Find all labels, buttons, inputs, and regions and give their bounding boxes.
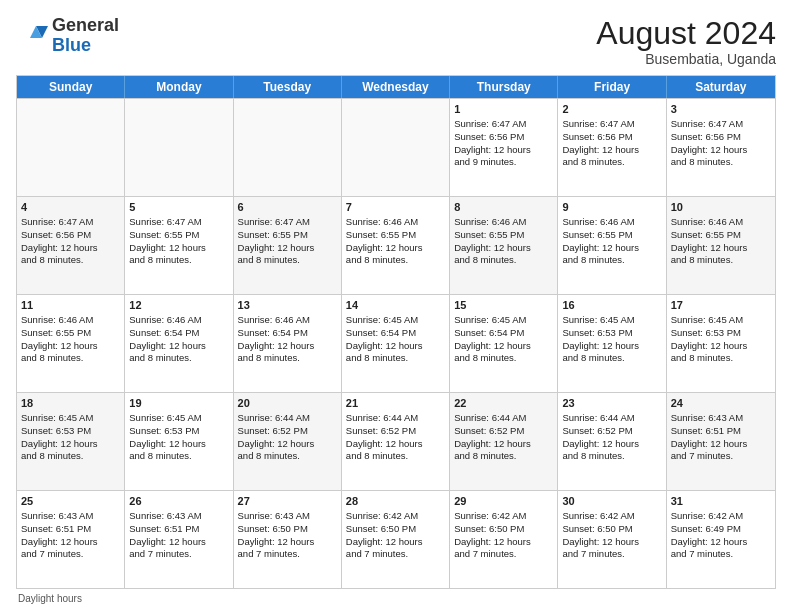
calendar-cell: 12Sunrise: 6:46 AM Sunset: 6:54 PM Dayli… [125, 295, 233, 392]
day-number: 8 [454, 200, 553, 215]
day-info: Sunrise: 6:47 AM Sunset: 6:56 PM Dayligh… [454, 118, 553, 169]
day-number: 19 [129, 396, 228, 411]
day-info: Sunrise: 6:46 AM Sunset: 6:55 PM Dayligh… [21, 314, 120, 365]
calendar-cell: 2Sunrise: 6:47 AM Sunset: 6:56 PM Daylig… [558, 99, 666, 196]
calendar-cell: 24Sunrise: 6:43 AM Sunset: 6:51 PM Dayli… [667, 393, 775, 490]
day-number: 26 [129, 494, 228, 509]
calendar-row: 1Sunrise: 6:47 AM Sunset: 6:56 PM Daylig… [17, 98, 775, 196]
title-block: August 2024 Busembatia, Uganda [596, 16, 776, 67]
day-info: Sunrise: 6:44 AM Sunset: 6:52 PM Dayligh… [346, 412, 445, 463]
weekday-header: Friday [558, 76, 666, 98]
calendar-cell: 7Sunrise: 6:46 AM Sunset: 6:55 PM Daylig… [342, 197, 450, 294]
calendar-cell: 20Sunrise: 6:44 AM Sunset: 6:52 PM Dayli… [234, 393, 342, 490]
day-info: Sunrise: 6:43 AM Sunset: 6:51 PM Dayligh… [129, 510, 228, 561]
day-number: 2 [562, 102, 661, 117]
day-number: 15 [454, 298, 553, 313]
day-info: Sunrise: 6:47 AM Sunset: 6:56 PM Dayligh… [21, 216, 120, 267]
day-number: 4 [21, 200, 120, 215]
day-info: Sunrise: 6:46 AM Sunset: 6:55 PM Dayligh… [562, 216, 661, 267]
weekday-header: Thursday [450, 76, 558, 98]
calendar-cell [125, 99, 233, 196]
day-info: Sunrise: 6:46 AM Sunset: 6:55 PM Dayligh… [671, 216, 771, 267]
day-info: Sunrise: 6:45 AM Sunset: 6:53 PM Dayligh… [562, 314, 661, 365]
calendar-cell: 9Sunrise: 6:46 AM Sunset: 6:55 PM Daylig… [558, 197, 666, 294]
day-number: 17 [671, 298, 771, 313]
day-number: 30 [562, 494, 661, 509]
day-number: 11 [21, 298, 120, 313]
calendar-cell: 26Sunrise: 6:43 AM Sunset: 6:51 PM Dayli… [125, 491, 233, 588]
calendar-cell: 15Sunrise: 6:45 AM Sunset: 6:54 PM Dayli… [450, 295, 558, 392]
calendar-cell [17, 99, 125, 196]
calendar-cell: 30Sunrise: 6:42 AM Sunset: 6:50 PM Dayli… [558, 491, 666, 588]
calendar-cell: 21Sunrise: 6:44 AM Sunset: 6:52 PM Dayli… [342, 393, 450, 490]
day-info: Sunrise: 6:44 AM Sunset: 6:52 PM Dayligh… [238, 412, 337, 463]
month-year: August 2024 [596, 16, 776, 51]
day-number: 29 [454, 494, 553, 509]
day-info: Sunrise: 6:43 AM Sunset: 6:50 PM Dayligh… [238, 510, 337, 561]
day-number: 16 [562, 298, 661, 313]
day-info: Sunrise: 6:45 AM Sunset: 6:54 PM Dayligh… [346, 314, 445, 365]
calendar-cell: 28Sunrise: 6:42 AM Sunset: 6:50 PM Dayli… [342, 491, 450, 588]
day-number: 28 [346, 494, 445, 509]
day-info: Sunrise: 6:46 AM Sunset: 6:54 PM Dayligh… [129, 314, 228, 365]
calendar-cell: 23Sunrise: 6:44 AM Sunset: 6:52 PM Dayli… [558, 393, 666, 490]
calendar-cell: 13Sunrise: 6:46 AM Sunset: 6:54 PM Dayli… [234, 295, 342, 392]
weekday-header: Tuesday [234, 76, 342, 98]
day-info: Sunrise: 6:45 AM Sunset: 6:53 PM Dayligh… [21, 412, 120, 463]
calendar-cell: 17Sunrise: 6:45 AM Sunset: 6:53 PM Dayli… [667, 295, 775, 392]
day-number: 1 [454, 102, 553, 117]
day-number: 13 [238, 298, 337, 313]
day-info: Sunrise: 6:43 AM Sunset: 6:51 PM Dayligh… [671, 412, 771, 463]
calendar-cell: 18Sunrise: 6:45 AM Sunset: 6:53 PM Dayli… [17, 393, 125, 490]
day-info: Sunrise: 6:44 AM Sunset: 6:52 PM Dayligh… [562, 412, 661, 463]
calendar-cell: 5Sunrise: 6:47 AM Sunset: 6:55 PM Daylig… [125, 197, 233, 294]
day-info: Sunrise: 6:47 AM Sunset: 6:55 PM Dayligh… [238, 216, 337, 267]
day-number: 3 [671, 102, 771, 117]
calendar-cell: 29Sunrise: 6:42 AM Sunset: 6:50 PM Dayli… [450, 491, 558, 588]
day-info: Sunrise: 6:46 AM Sunset: 6:55 PM Dayligh… [346, 216, 445, 267]
day-number: 23 [562, 396, 661, 411]
calendar-cell [234, 99, 342, 196]
day-info: Sunrise: 6:47 AM Sunset: 6:55 PM Dayligh… [129, 216, 228, 267]
day-number: 31 [671, 494, 771, 509]
calendar-row: 4Sunrise: 6:47 AM Sunset: 6:56 PM Daylig… [17, 196, 775, 294]
day-number: 14 [346, 298, 445, 313]
day-info: Sunrise: 6:42 AM Sunset: 6:50 PM Dayligh… [346, 510, 445, 561]
day-info: Sunrise: 6:47 AM Sunset: 6:56 PM Dayligh… [671, 118, 771, 169]
logo-icon [16, 20, 48, 52]
calendar-header: SundayMondayTuesdayWednesdayThursdayFrid… [17, 76, 775, 98]
calendar-cell: 27Sunrise: 6:43 AM Sunset: 6:50 PM Dayli… [234, 491, 342, 588]
day-info: Sunrise: 6:47 AM Sunset: 6:56 PM Dayligh… [562, 118, 661, 169]
calendar-cell: 1Sunrise: 6:47 AM Sunset: 6:56 PM Daylig… [450, 99, 558, 196]
calendar-cell: 3Sunrise: 6:47 AM Sunset: 6:56 PM Daylig… [667, 99, 775, 196]
day-number: 5 [129, 200, 228, 215]
day-number: 9 [562, 200, 661, 215]
day-number: 20 [238, 396, 337, 411]
day-info: Sunrise: 6:44 AM Sunset: 6:52 PM Dayligh… [454, 412, 553, 463]
footer-text: Daylight hours [18, 593, 82, 604]
day-info: Sunrise: 6:46 AM Sunset: 6:55 PM Dayligh… [454, 216, 553, 267]
day-info: Sunrise: 6:45 AM Sunset: 6:54 PM Dayligh… [454, 314, 553, 365]
weekday-header: Monday [125, 76, 233, 98]
day-info: Sunrise: 6:45 AM Sunset: 6:53 PM Dayligh… [129, 412, 228, 463]
calendar-cell [342, 99, 450, 196]
day-number: 18 [21, 396, 120, 411]
day-number: 25 [21, 494, 120, 509]
calendar-row: 18Sunrise: 6:45 AM Sunset: 6:53 PM Dayli… [17, 392, 775, 490]
day-info: Sunrise: 6:46 AM Sunset: 6:54 PM Dayligh… [238, 314, 337, 365]
weekday-header: Sunday [17, 76, 125, 98]
logo-blue-text: Blue [52, 35, 91, 55]
calendar-cell: 19Sunrise: 6:45 AM Sunset: 6:53 PM Dayli… [125, 393, 233, 490]
calendar-cell: 16Sunrise: 6:45 AM Sunset: 6:53 PM Dayli… [558, 295, 666, 392]
day-number: 6 [238, 200, 337, 215]
day-number: 7 [346, 200, 445, 215]
calendar-cell: 11Sunrise: 6:46 AM Sunset: 6:55 PM Dayli… [17, 295, 125, 392]
calendar-cell: 4Sunrise: 6:47 AM Sunset: 6:56 PM Daylig… [17, 197, 125, 294]
calendar-row: 25Sunrise: 6:43 AM Sunset: 6:51 PM Dayli… [17, 490, 775, 588]
day-number: 22 [454, 396, 553, 411]
calendar-cell: 6Sunrise: 6:47 AM Sunset: 6:55 PM Daylig… [234, 197, 342, 294]
weekday-header: Wednesday [342, 76, 450, 98]
header: General Blue August 2024 Busembatia, Uga… [16, 16, 776, 67]
location: Busembatia, Uganda [596, 51, 776, 67]
calendar-cell: 31Sunrise: 6:42 AM Sunset: 6:49 PM Dayli… [667, 491, 775, 588]
